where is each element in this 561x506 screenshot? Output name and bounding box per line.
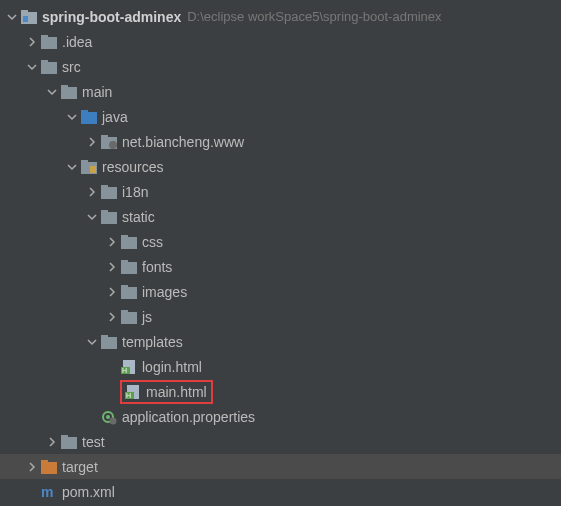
svg-rect-27: [121, 312, 137, 324]
chevron-right-icon[interactable]: [104, 234, 120, 250]
tree-row-target[interactable]: target: [0, 454, 561, 479]
tree-row-resources[interactable]: resources: [0, 154, 561, 179]
svg-rect-7: [61, 87, 77, 99]
chevron-down-icon[interactable]: [84, 209, 100, 225]
tree-row-src[interactable]: src: [0, 54, 561, 79]
tree-row-templates[interactable]: templates: [0, 329, 561, 354]
folder-icon: [120, 234, 138, 250]
svg-rect-4: [41, 35, 48, 38]
svg-rect-1: [21, 10, 28, 13]
chevron-down-icon[interactable]: [64, 109, 80, 125]
chevron-down-icon[interactable]: [4, 9, 20, 25]
folder-icon: [120, 309, 138, 325]
highlight-box: H main.html: [120, 380, 213, 404]
folder-label: .idea: [62, 34, 92, 50]
html-file-icon: H: [120, 359, 138, 375]
file-label: pom.xml: [62, 484, 115, 500]
tree-row-package[interactable]: net.biancheng.www: [0, 129, 561, 154]
tree-row-idea[interactable]: .idea: [0, 29, 561, 54]
chevron-down-icon[interactable]: [84, 334, 100, 350]
excluded-folder-icon: [40, 459, 58, 475]
html-file-icon: H: [124, 384, 142, 400]
svg-rect-18: [101, 185, 108, 188]
tree-row-static[interactable]: static: [0, 204, 561, 229]
folder-label: static: [122, 209, 155, 225]
svg-rect-3: [41, 37, 57, 49]
svg-rect-16: [90, 166, 96, 173]
svg-rect-8: [61, 85, 68, 88]
svg-rect-41: [61, 435, 68, 438]
chevron-down-icon[interactable]: [24, 59, 40, 75]
project-name: spring-boot-adminex: [42, 9, 181, 25]
folder-label: i18n: [122, 184, 148, 200]
chevron-right-icon[interactable]: [24, 34, 40, 50]
source-folder-icon: [80, 109, 98, 125]
chevron-right-icon[interactable]: [104, 259, 120, 275]
project-path: D:\eclipse workSpace5\spring-boot-admine…: [187, 9, 441, 24]
svg-rect-15: [81, 160, 88, 163]
tree-row-appprops[interactable]: ▸ application.properties: [0, 404, 561, 429]
folder-icon: [100, 184, 118, 200]
tree-row-main[interactable]: main: [0, 79, 561, 104]
maven-file-icon: m: [40, 484, 58, 500]
package-icon: [100, 134, 118, 150]
chevron-right-icon[interactable]: [24, 459, 40, 475]
svg-point-39: [110, 417, 117, 424]
folder-icon: [60, 84, 78, 100]
tree-row-test[interactable]: test: [0, 429, 561, 454]
svg-rect-30: [101, 335, 108, 338]
folder-label: js: [142, 309, 152, 325]
svg-rect-24: [121, 260, 128, 263]
svg-rect-29: [101, 337, 117, 349]
svg-rect-2: [23, 16, 28, 22]
folder-icon: [40, 59, 58, 75]
svg-rect-12: [101, 135, 108, 138]
svg-rect-25: [121, 287, 137, 299]
folder-label: test: [82, 434, 105, 450]
chevron-down-icon[interactable]: [64, 159, 80, 175]
svg-rect-43: [41, 460, 48, 463]
svg-rect-19: [101, 212, 117, 224]
tree-row-js[interactable]: js: [0, 304, 561, 329]
file-label: application.properties: [122, 409, 255, 425]
svg-rect-23: [121, 262, 137, 274]
svg-rect-9: [81, 112, 97, 124]
folder-label: images: [142, 284, 187, 300]
project-tree: spring-boot-adminex D:\eclipse workSpace…: [0, 0, 561, 506]
svg-rect-28: [121, 310, 128, 313]
chevron-right-icon[interactable]: [84, 134, 100, 150]
chevron-right-icon[interactable]: [104, 284, 120, 300]
svg-point-13: [109, 141, 117, 149]
module-icon: [20, 9, 38, 25]
tree-row-images[interactable]: images: [0, 279, 561, 304]
tree-row-project[interactable]: spring-boot-adminex D:\eclipse workSpace…: [0, 4, 561, 29]
tree-row-login-html[interactable]: ▸ H login.html: [0, 354, 561, 379]
folder-icon: [40, 34, 58, 50]
svg-rect-40: [61, 437, 77, 449]
chevron-down-icon[interactable]: [44, 84, 60, 100]
resources-folder-icon: [80, 159, 98, 175]
tree-row-main-html[interactable]: ▸ H main.html: [0, 379, 561, 404]
svg-point-38: [106, 415, 110, 419]
folder-label: target: [62, 459, 98, 475]
folder-label: fonts: [142, 259, 172, 275]
svg-rect-5: [41, 62, 57, 74]
tree-row-fonts[interactable]: fonts: [0, 254, 561, 279]
tree-row-i18n[interactable]: i18n: [0, 179, 561, 204]
chevron-right-icon[interactable]: [44, 434, 60, 450]
chevron-right-icon[interactable]: [84, 184, 100, 200]
svg-rect-6: [41, 60, 48, 63]
folder-label: css: [142, 234, 163, 250]
tree-row-java[interactable]: java: [0, 104, 561, 129]
svg-rect-17: [101, 187, 117, 199]
svg-rect-22: [121, 235, 128, 238]
folder-icon: [120, 259, 138, 275]
file-label: main.html: [146, 384, 207, 400]
tree-row-pom[interactable]: ▸ m pom.xml: [0, 479, 561, 504]
tree-row-css[interactable]: css: [0, 229, 561, 254]
file-label: login.html: [142, 359, 202, 375]
svg-text:H: H: [126, 392, 131, 399]
folder-icon: [100, 209, 118, 225]
chevron-right-icon[interactable]: [104, 309, 120, 325]
folder-label: resources: [102, 159, 163, 175]
